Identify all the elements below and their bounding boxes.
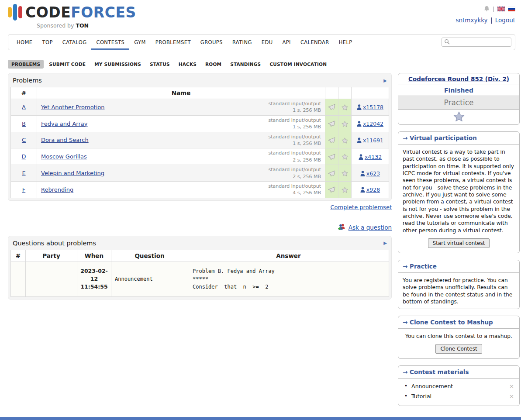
paper-plane-icon[interactable] [328, 120, 335, 127]
sub-item-problems[interactable]: PROBLEMS [8, 60, 44, 69]
flag-en-icon[interactable] [497, 6, 505, 13]
nav-item-groups[interactable]: GROUPS [196, 34, 228, 50]
favorite-star-icon[interactable] [453, 117, 465, 123]
sub-item-status[interactable]: STATUS [146, 60, 173, 69]
solved-count-link[interactable]: x15178 [363, 104, 383, 110]
material-item: • Tutorial × [404, 391, 515, 401]
problem-letter-link[interactable]: A [22, 104, 26, 110]
nav-item-home[interactable]: HOME [12, 34, 38, 50]
ask-question-link[interactable]: Ask a question [348, 224, 392, 231]
person-icon [359, 153, 363, 160]
star-icon[interactable] [342, 170, 348, 176]
favorite-cell [338, 165, 352, 182]
star-icon[interactable] [342, 186, 348, 193]
col-header-name: Name [37, 87, 325, 99]
codeforces-logo[interactable]: CODEFORCES Sponsored by TON [8, 3, 136, 29]
problem-letter-link[interactable]: E [22, 170, 25, 176]
answer-line: ***** [193, 275, 384, 283]
solved-count-link[interactable]: x928 [366, 186, 380, 193]
sub-item-submit-code[interactable]: SUBMIT CODE [45, 60, 89, 69]
problem-name-link[interactable]: Dora and Search [41, 137, 89, 143]
question-answer-cell: Problem B. Fedya and Array*****Consider … [188, 262, 389, 296]
star-icon[interactable] [342, 137, 348, 143]
search-input[interactable] [452, 39, 509, 46]
nav-item-contests[interactable]: CONTESTS [91, 34, 129, 50]
star-icon[interactable] [342, 153, 348, 160]
clone-mashup-title: → Clone Contest to Mashup [398, 316, 519, 329]
sub-item-hacks[interactable]: HACKS [175, 60, 200, 69]
star-icon[interactable] [342, 104, 348, 110]
questions-table: # Party When Question Answer 2023-0 [10, 250, 389, 297]
remove-icon[interactable]: × [509, 393, 515, 399]
logo-text: CODEFORCES [25, 5, 136, 20]
problem-name-link[interactable]: Fedya and Array [41, 120, 87, 127]
nav-item-rating[interactable]: RATING [228, 34, 257, 50]
paper-plane-icon[interactable] [328, 137, 335, 143]
solved-count-link[interactable]: x623 [366, 170, 380, 177]
nav-item-gym[interactable]: GYM [129, 34, 151, 50]
sub-item-my-submissions[interactable]: MY SUBMISSIONS [91, 60, 145, 69]
star-icon[interactable] [342, 120, 348, 127]
problem-letter-link[interactable]: B [22, 120, 26, 127]
problem-name-link[interactable]: Yet Another Promotion [41, 104, 104, 110]
nav-item-top[interactable]: TOP [38, 34, 58, 50]
nav-item-help[interactable]: HELP [334, 34, 357, 50]
col-header-party: Party [26, 250, 77, 262]
person-icon [357, 103, 362, 110]
solved-count-link[interactable]: x12042 [363, 120, 383, 127]
problem-name-link[interactable]: Velepin and Marketing [41, 170, 104, 176]
clone-mashup-text: You can clone this contest to a mashup. [398, 329, 519, 343]
solved-count-link[interactable]: x4132 [365, 154, 382, 160]
nav-item-problemset[interactable]: PROBLEMSET [151, 34, 196, 50]
flag-ru-icon[interactable] [508, 6, 515, 13]
materials-list: • Announcement × • Tutorial × [398, 379, 519, 406]
main-column: Problems ▶ # Name A [8, 73, 392, 300]
sponsored-prefix: Sponsored by [37, 22, 74, 29]
paper-plane-icon[interactable] [328, 153, 335, 160]
problem-letter-link[interactable]: F [22, 186, 25, 193]
contest-title-link[interactable]: Codeforces Round 852 (Div. 2) [408, 76, 509, 83]
username-link[interactable]: sntmxykky [455, 17, 487, 24]
nav-item-catalog[interactable]: CATALOG [58, 34, 92, 50]
problem-name-link[interactable]: Rebrending [41, 186, 73, 193]
material-link[interactable]: Announcement [411, 383, 453, 389]
paper-plane-icon[interactable] [328, 103, 335, 110]
nav-item-calendar[interactable]: CALENDAR [296, 34, 334, 50]
problems-title: Problems [13, 77, 42, 84]
sub-item-custom-invocation[interactable]: CUSTOM INVOCATION [266, 60, 330, 69]
paper-plane-icon[interactable] [328, 170, 335, 176]
page: CODEFORCES Sponsored by TON | sntmxykky … [0, 0, 521, 420]
footer-bar [0, 417, 521, 420]
problem-letter-link[interactable]: D [21, 153, 26, 160]
expand-arrow-icon[interactable]: ▶ [383, 78, 387, 83]
expand-arrow-icon[interactable]: ▶ [383, 241, 387, 245]
problem-row: F Rebrending standard input/output4 s, 2… [11, 181, 389, 198]
problem-name-link[interactable]: Moscow Gorillas [41, 153, 87, 160]
nav-item-edu[interactable]: EDU [257, 34, 278, 50]
logo-bars-icon [8, 3, 22, 21]
remove-icon[interactable]: × [509, 383, 515, 389]
problem-letter-link[interactable]: C [22, 137, 26, 143]
solved-count-link[interactable]: x11691 [363, 137, 383, 144]
virtual-participation-box: → Virtual participation Virtual contest … [398, 131, 520, 253]
clone-contest-button[interactable]: Clone Contest [435, 344, 482, 354]
bell-icon[interactable] [484, 5, 490, 13]
logo-bar-yellow [8, 7, 12, 17]
logout-link[interactable]: Logout [495, 17, 515, 24]
col-header-empty [338, 87, 352, 99]
complete-problemset-link[interactable]: Complete problemset [331, 204, 392, 210]
start-virtual-contest-button[interactable]: Start virtual contest [428, 238, 490, 248]
nav-item-api[interactable]: API [277, 34, 295, 50]
submit-cell [325, 165, 338, 182]
person-icon [360, 186, 365, 193]
sub-item-room[interactable]: ROOM [202, 60, 225, 69]
problem-name-cell: Velepin and Marketing standard input/out… [37, 165, 325, 182]
sub-item-standings[interactable]: STANDINGS [227, 60, 264, 69]
material-link[interactable]: Tutorial [411, 393, 431, 399]
problem-letter-cell: F [11, 181, 37, 198]
search-box[interactable] [442, 38, 511, 47]
sidebar: Codeforces Round 852 (Div. 2) Finished P… [398, 73, 520, 413]
logo-bar-blue [13, 4, 17, 21]
paper-plane-icon[interactable] [328, 186, 335, 193]
question-party-cell [26, 262, 77, 296]
